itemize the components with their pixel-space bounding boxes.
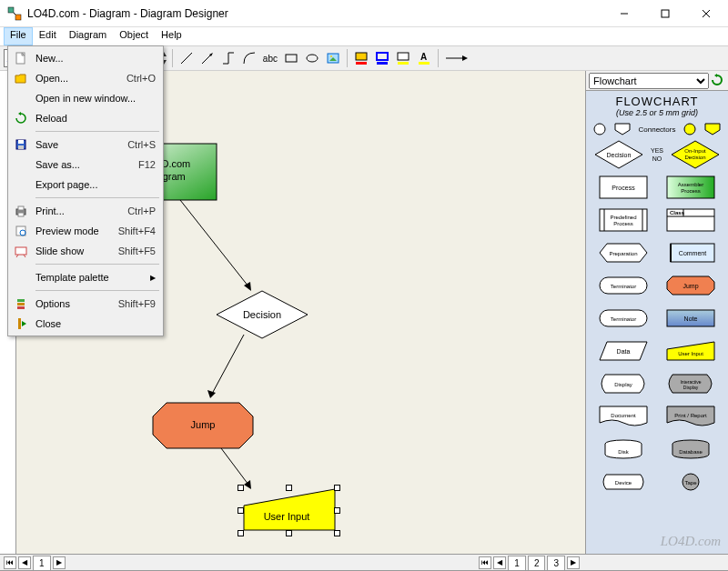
svg-rect-22 [356,53,367,60]
menu-item-close[interactable]: Close [10,314,161,334]
svg-marker-38 [207,390,216,398]
layer-tab-2[interactable]: 2 [528,556,546,570]
svg-text:Preparation: Preparation [609,251,637,256]
svg-text:Disk: Disk [618,449,630,455]
menu-item-slideshow[interactable]: Slide showShift+F5 [10,241,161,261]
selection-handle[interactable] [334,530,340,536]
rect-tool-icon[interactable] [281,48,301,68]
linecolor-icon[interactable] [372,48,392,68]
svg-text:Print / Report: Print / Report [674,413,707,418]
selection-handle[interactable] [286,530,292,536]
titlebar: LO4D.com - Diagram - Diagram Designer [0,0,728,27]
menu-diagram[interactable]: Diagram [63,27,114,45]
textcolor-icon[interactable]: A [414,48,434,68]
svg-text:Decision: Decision [684,155,705,160]
menu-item-template-palette[interactable]: Template palette▶ [10,267,161,287]
canvas-userinput-label: User Input [264,511,310,522]
svg-marker-114 [22,321,26,326]
svg-rect-101 [18,145,24,149]
layer-tab-1[interactable]: 1 [508,556,526,570]
svg-rect-110 [17,299,25,302]
palette-body[interactable]: FLOWCHART (Use 2.5 or 5 mm grid) Connect… [586,91,728,554]
text-tool-icon[interactable]: abc [260,48,280,68]
menubar: File Edit Diagram Object Help [0,27,728,45]
svg-marker-47 [705,124,720,135]
connector-tool-icon[interactable] [218,48,238,68]
template-palette: Flowchart FLOWCHART (Use 2.5 or 5 mm gri… [585,71,728,554]
file-menu-dropdown: New... Open...Ctrl+O Open in new window.… [7,45,164,336]
menu-item-new[interactable]: New... [10,48,161,68]
svg-text:Process: Process [681,188,701,194]
maximize-button[interactable] [644,1,685,26]
menu-item-print[interactable]: Print...Ctrl+P [10,201,161,221]
svg-text:On-Input: On-Input [684,148,706,154]
tab-first-icon[interactable]: ⏮ [4,556,16,569]
minimize-button[interactable] [603,1,644,26]
svg-rect-23 [356,62,367,65]
svg-rect-113 [18,318,21,329]
svg-line-34 [180,200,248,286]
menu-item-save-as[interactable]: Save as...F12 [10,155,161,175]
arrow-style-icon[interactable] [442,48,471,68]
svg-text:Note: Note [684,316,698,322]
svg-rect-55 [667,176,714,198]
fillcolor2-icon[interactable] [393,48,413,68]
menu-item-save[interactable]: SaveCtrl+S [10,135,161,155]
svg-text:Device: Device [615,480,632,486]
selection-handle[interactable] [334,507,340,514]
menu-help[interactable]: Help [155,27,188,45]
svg-marker-98 [18,112,21,115]
tab-next-icon[interactable]: ▶ [53,556,66,569]
fillcolor-icon[interactable] [351,48,371,68]
svg-marker-42 [244,489,335,530]
svg-text:Terminator: Terminator [611,284,636,289]
svg-rect-24 [377,53,388,60]
menu-item-reload[interactable]: Reload [10,108,161,128]
menu-edit[interactable]: Edit [33,27,63,45]
image-tool-icon[interactable] [323,48,343,68]
layer-tab-3[interactable]: 3 [547,556,565,570]
page-tab-1[interactable]: 1 [33,556,51,570]
svg-text:Process: Process [612,185,635,191]
svg-text:Database: Database [679,449,703,455]
palette-dropdown[interactable]: Flowchart [589,73,709,89]
ellipse-tool-icon[interactable] [302,48,322,68]
selection-handle[interactable] [286,485,292,491]
svg-text:Predefined: Predefined [610,215,636,220]
menu-object[interactable]: Object [113,27,155,45]
svg-point-18 [307,55,318,62]
line-tool-icon[interactable] [177,48,197,68]
svg-point-44 [594,124,605,135]
app-icon [7,6,22,21]
svg-rect-103 [18,206,24,210]
layer-prev-icon[interactable]: ◀ [493,556,506,569]
svg-text:Display: Display [683,385,699,390]
layer-first-icon[interactable]: ⏮ [479,556,491,569]
selection-handle[interactable] [334,485,340,491]
preview-icon [14,224,28,238]
canvas-decision-label: Decision [243,309,281,320]
menu-item-preview[interactable]: Preview modeShift+F4 [10,221,161,241]
menu-item-open-new-window[interactable]: Open in new window... [10,88,161,108]
slideshow-icon [14,244,28,258]
tab-prev-icon[interactable]: ◀ [18,556,31,569]
layer-next-icon[interactable]: ▶ [567,556,580,569]
svg-text:Jump: Jump [682,283,698,290]
arrow-tool-icon[interactable] [197,48,217,68]
selection-handle[interactable] [238,507,244,514]
svg-rect-107 [15,247,26,255]
menu-file[interactable]: File [4,27,33,45]
svg-text:Assembler: Assembler [678,182,703,187]
svg-line-14 [181,53,192,64]
close-button[interactable] [685,1,726,26]
canvas-jump-label: Jump [191,419,216,430]
selection-handle[interactable] [238,485,244,491]
selection-handle[interactable] [238,530,244,536]
menu-item-options[interactable]: OptionsShift+F9 [10,294,161,314]
save-icon [14,137,28,152]
palette-refresh-icon[interactable] [709,74,725,88]
menu-item-open[interactable]: Open...Ctrl+O [10,68,161,88]
curve-tool-icon[interactable] [239,48,259,68]
svg-rect-58 [600,209,647,231]
menu-item-export[interactable]: Export page... [10,175,161,195]
